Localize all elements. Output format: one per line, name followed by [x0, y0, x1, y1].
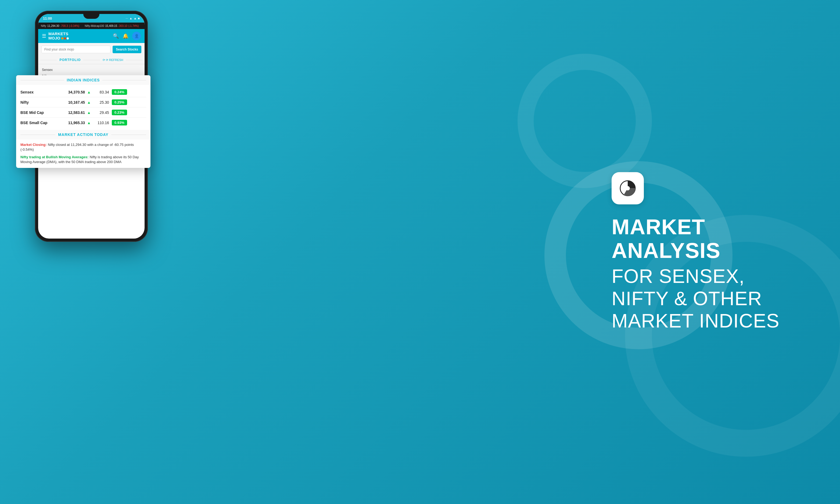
market-bullish-label: Nifty trading at Bullish Moving Averages…	[20, 155, 88, 159]
bsemid-value: 12,583.61	[53, 110, 85, 115]
network-icon: ▲	[133, 17, 137, 20]
promo-title-light-2: NIFTY & OTHER	[612, 287, 800, 310]
index-row-sensex[interactable]: Sensex 34,370.58 ▲ 83.34 0.24%	[20, 87, 146, 97]
sensex-change: 83.34	[93, 90, 109, 94]
index-row-nifty[interactable]: Nifty 10,167.45 ▲ 25.30 0.25%	[20, 97, 146, 107]
ticker-midcap-name: Nifty-Midcap100	[85, 24, 104, 28]
ma-divider-right	[111, 134, 146, 135]
divider-middle	[83, 60, 100, 60]
market-bullish-block: Nifty trading at Bullish Moving Averages…	[20, 155, 146, 164]
dot-orange	[61, 37, 64, 39]
dot-red	[64, 37, 66, 39]
promo-title-bold: MARKET ANALYSIS	[612, 215, 800, 263]
ticker-bar: Nifty 11,294.30 -700.3 (-0.34%) Nifty-Mi…	[38, 22, 145, 29]
divider-left	[40, 60, 57, 60]
bsemid-change: 29.45	[93, 110, 109, 115]
promo-content: MARKET ANALYSIS FOR SENSEX, NIFTY & OTHE…	[612, 172, 800, 332]
sensex-name: Sensex	[20, 90, 53, 94]
bg-index-sensex: Sensex	[42, 67, 141, 73]
notch	[83, 14, 100, 19]
sensex-arrow: ▲	[87, 90, 91, 94]
logo-dots	[61, 37, 69, 39]
bg-sensex-name: Sensex	[42, 68, 53, 72]
app-header: ☰ MARKETS MOJO 🔍	[38, 29, 145, 43]
nifty-name: Nifty	[20, 100, 53, 105]
ticker-midcap-pct: (-1.74%)	[128, 24, 139, 28]
market-action-header: MARKET ACTION TODAY	[16, 130, 150, 140]
index-row-bsesmall[interactable]: BSE Small Cap 11,965.33 ▲ 110.16 0.93%	[20, 118, 146, 128]
search-icon[interactable]: 🔍	[113, 33, 119, 39]
ticker-item-midcap: Nifty-Midcap100 15,409.15 -303.10 (-1.74…	[85, 24, 139, 28]
indices-divider-right	[102, 80, 146, 80]
logo-mojo: MOJO	[48, 36, 60, 40]
indices-table: Sensex 34,370.58 ▲ 83.34 0.24% Nifty 10,…	[16, 85, 150, 130]
status-icons: ··· ▲ ▲ ■	[125, 17, 140, 20]
ticker-nifty-value: 11,294.30	[47, 24, 59, 28]
search-stocks-button[interactable]: Search Stocks	[112, 46, 141, 53]
avatar[interactable]: 👤	[132, 32, 141, 40]
ticker-midcap-change: -303.10	[118, 24, 127, 28]
header-right: 🔍 🔔 👤	[113, 32, 141, 40]
indices-divider-left	[20, 80, 64, 80]
nifty-change: 25.30	[93, 100, 109, 105]
indices-popup-card: INDIAN INDICES Sensex 34,370.58 ▲ 83.34 …	[16, 75, 150, 168]
portfolio-label[interactable]: PORTFOLIO	[59, 58, 81, 62]
bg-circle-2	[518, 54, 652, 188]
refresh-button[interactable]: ⟳ ⟳ REFRESH	[103, 58, 123, 62]
battery-icon: ■	[138, 17, 140, 20]
divider-right	[126, 60, 142, 60]
refresh-icon: ⟳	[103, 58, 105, 62]
ticker-nifty-change: -700.3	[60, 24, 68, 28]
ma-divider-left	[20, 134, 55, 135]
market-closing-block: Market Closing: Nifty closed at 11,294.3…	[20, 142, 146, 152]
bell-icon[interactable]: 🔔	[123, 33, 128, 39]
avatar-icon: 👤	[135, 34, 139, 38]
bsemid-pct: 0.23%	[112, 110, 127, 115]
refresh-label: ⟳ REFRESH	[106, 58, 123, 62]
hamburger-icon[interactable]: ☰	[42, 33, 46, 39]
index-row-bsemid[interactable]: BSE Mid Cap 12,583.61 ▲ 29.45 0.23%	[20, 107, 146, 118]
app-icon-box	[612, 172, 644, 204]
ticker-nifty-name: Nifty	[41, 24, 46, 28]
bsemid-name: BSE Mid Cap	[20, 110, 53, 115]
svg-point-1	[626, 186, 630, 191]
sensex-value: 34,370.58	[53, 90, 85, 94]
pie-chart-icon	[618, 179, 637, 198]
indices-section-header: INDIAN INDICES	[16, 75, 150, 85]
header-left: ☰ MARKETS MOJO	[42, 32, 69, 40]
promo-title-light-3: MARKET INDICES	[612, 309, 800, 332]
signal-icon: ···	[125, 17, 128, 20]
search-bar: Search Stocks	[38, 43, 145, 56]
logo-markets: MARKETS	[48, 32, 69, 36]
bsesmall-value: 11,965.33	[53, 121, 85, 125]
bsesmall-name: BSE Small Cap	[20, 121, 53, 125]
status-bar: 11:00 ··· ▲ ▲ ■	[38, 14, 145, 22]
portfolio-bar: PORTFOLIO ⟳ ⟳ REFRESH	[38, 56, 145, 64]
nifty-value: 10,167.45	[53, 100, 85, 105]
ticker-nifty-pct: (-0.34%)	[69, 24, 79, 28]
logo-container: MARKETS MOJO	[48, 32, 69, 40]
ticker-item-nifty: Nifty 11,294.30 -700.3 (-0.34%)	[41, 24, 79, 28]
bsesmall-change: 110.16	[93, 121, 109, 125]
ticker-midcap-value: 15,409.15	[105, 24, 117, 28]
indices-section-title: INDIAN INDICES	[67, 78, 100, 82]
nifty-arrow: ▲	[87, 100, 91, 105]
search-input[interactable]	[41, 46, 110, 53]
status-time: 11:00	[43, 16, 52, 20]
sensex-pct: 0.24%	[112, 89, 127, 95]
wifi-icon: ▲	[129, 17, 132, 20]
bsesmall-arrow: ▲	[87, 121, 91, 125]
promo-title-light-1: FOR SENSEX,	[612, 265, 800, 287]
market-closing-label: Market Closing:	[20, 143, 47, 147]
bsesmall-pct: 0.93%	[112, 120, 127, 125]
bsemid-arrow: ▲	[87, 110, 91, 115]
market-action-title: MARKET ACTION TODAY	[58, 132, 108, 137]
promo-title-container: MARKET ANALYSIS FOR SENSEX, NIFTY & OTHE…	[612, 215, 800, 332]
market-action-content: Market Closing: Nifty closed at 11,294.3…	[16, 140, 150, 168]
dot-blue	[67, 37, 69, 39]
nifty-pct: 0.25%	[112, 100, 127, 105]
